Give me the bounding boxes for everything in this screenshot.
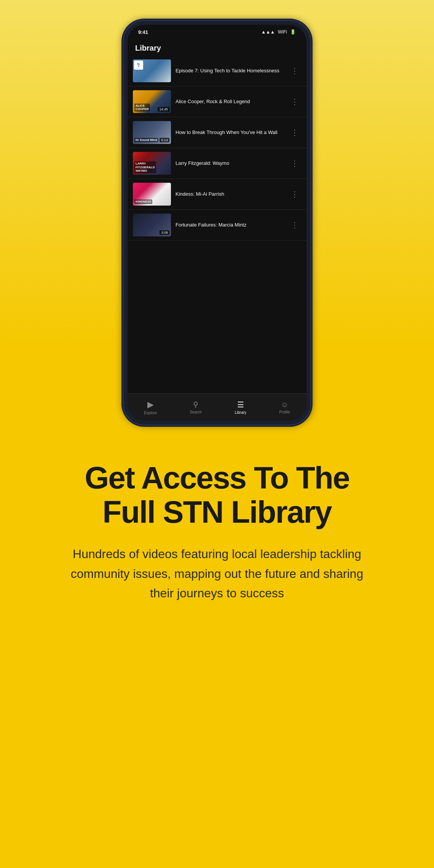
video-title: Kindess: Mi-Ai Parrish: [176, 191, 284, 198]
nav-profile-label: Profile: [279, 410, 290, 414]
marketing-section: Get Access To The Full STN Library Hundr…: [46, 461, 388, 603]
signal-icon: ▲▲▲: [261, 29, 275, 35]
video-info: Kindess: Mi-Ai Parrish: [176, 191, 284, 198]
status-bar: 9:41 ▲▲▲ WiFi 🔋: [128, 25, 306, 39]
list-item[interactable]: Dr Sound Mind 6:14 How to Break Through …: [128, 117, 306, 148]
phone-screen: 9:41 ▲▲▲ WiFi 🔋 Library McQ: [128, 25, 306, 421]
status-time: 9:41: [138, 29, 148, 35]
thumb-logo: McQ: [134, 61, 143, 70]
video-thumbnail: KINDNESS: [133, 183, 171, 206]
video-info: Episode 7: Using Tech to Tackle Homeless…: [176, 67, 284, 74]
video-list[interactable]: McQ Episode 7: Using Tech to Tackle Home…: [128, 56, 306, 393]
phone-wrapper: 9:41 ▲▲▲ WiFi 🔋 Library McQ: [61, 8, 373, 438]
nav-explore[interactable]: ▶ Explore: [139, 397, 162, 417]
marketing-headline: Get Access To The Full STN Library: [69, 461, 365, 529]
nav-explore-label: Explore: [144, 411, 157, 415]
more-options-button[interactable]: ⋮: [289, 190, 301, 198]
more-options-button[interactable]: ⋮: [289, 67, 301, 75]
video-title: Fortunate Failures: Marcia Mintz: [176, 222, 284, 228]
video-title: Alice Cooper, Rock & Roll Legend: [176, 98, 284, 105]
video-info: Larry Fitzgerald: Waymo: [176, 160, 284, 167]
video-info: Alice Cooper, Rock & Roll Legend: [176, 98, 284, 105]
video-thumbnail: ALICECOOPER 14:45: [133, 90, 171, 113]
list-item[interactable]: 3:08 Fortunate Failures: Marcia Mintz ⋮: [128, 210, 306, 241]
video-title: Larry Fitzgerald: Waymo: [176, 160, 284, 167]
more-options-button[interactable]: ⋮: [289, 160, 301, 167]
search-icon: ⚲: [193, 400, 198, 409]
video-title: Episode 7: Using Tech to Tackle Homeless…: [176, 67, 284, 74]
video-info: How to Break Through When You've Hit a W…: [176, 129, 284, 136]
list-item[interactable]: ALICECOOPER 14:45 Alice Cooper, Rock & R…: [128, 86, 306, 117]
more-options-button[interactable]: ⋮: [289, 221, 301, 229]
library-icon: ☰: [237, 400, 244, 409]
explore-icon: ▶: [147, 400, 154, 410]
nav-library[interactable]: ☰ Library: [229, 398, 252, 417]
nav-profile[interactable]: ☺ Profile: [274, 398, 295, 416]
video-thumbnail: Dr Sound Mind 6:14: [133, 121, 171, 144]
list-item[interactable]: LARRYFITZGERALDWAYMO Larry Fitzgerald: W…: [128, 148, 306, 179]
status-icons: ▲▲▲ WiFi 🔋: [261, 29, 296, 35]
list-item[interactable]: McQ Episode 7: Using Tech to Tackle Home…: [128, 56, 306, 86]
library-title: Library: [135, 44, 299, 53]
nav-library-label: Library: [235, 410, 246, 415]
library-header: Library: [128, 39, 306, 56]
marketing-subtext: Hundreds of videos featuring local leade…: [69, 544, 365, 603]
thumb-label: Dr Sound Mind: [134, 138, 158, 142]
thumb-duration: 3:08: [160, 230, 169, 235]
video-title: How to Break Through When You've Hit a W…: [176, 129, 284, 136]
nav-search-label: Search: [190, 410, 202, 414]
more-options-button[interactable]: ⋮: [289, 129, 301, 136]
video-info: Fortunate Failures: Marcia Mintz: [176, 222, 284, 228]
nav-search[interactable]: ⚲ Search: [184, 398, 207, 416]
video-thumbnail: 3:08: [133, 214, 171, 236]
more-options-button[interactable]: ⋮: [289, 98, 301, 105]
list-item[interactable]: KINDNESS Kindess: Mi-Ai Parrish ⋮: [128, 179, 306, 210]
thumb-label: ALICECOOPER: [134, 104, 150, 112]
thumb-duration: 14:45: [158, 107, 169, 112]
wifi-icon: WiFi: [278, 29, 287, 35]
video-thumbnail: McQ: [133, 59, 171, 82]
phone-frame: 9:41 ▲▲▲ WiFi 🔋 Library McQ: [124, 21, 310, 424]
thumb-duration: 6:14: [160, 138, 169, 142]
thumb-label: KINDNESS: [134, 199, 152, 204]
video-thumbnail: LARRYFITZGERALDWAYMO: [133, 152, 171, 175]
profile-icon: ☺: [281, 400, 288, 409]
thumb-label: LARRYFITZGERALDWAYMO: [134, 161, 156, 173]
battery-icon: 🔋: [290, 29, 296, 35]
bottom-nav: ▶ Explore ⚲ Search ☰ Library ☺ Profile: [128, 393, 306, 421]
